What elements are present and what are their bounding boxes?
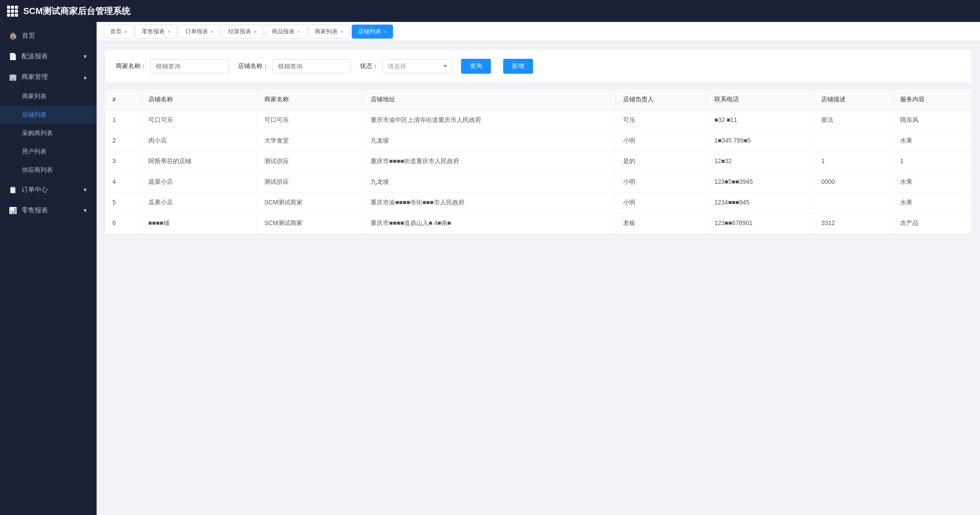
store-name-label: 店铺名称： bbox=[238, 62, 269, 70]
cell-manager: 老板 bbox=[616, 213, 707, 234]
cell-store-name: 可口可乐 bbox=[141, 110, 257, 131]
content-area: 首页 × 零售报表 × 订单报表 × 结算报表 × 商品报表 × 商家列表 × bbox=[97, 22, 980, 515]
tab-home-close[interactable]: × bbox=[124, 29, 127, 34]
retail-icon: 📊 bbox=[9, 207, 17, 215]
cell-service: 水果 bbox=[893, 131, 971, 151]
col-service: 服务内容 bbox=[893, 89, 971, 110]
cell-manager: 是的 bbox=[616, 151, 707, 172]
table-row: 3 阿斯蒂芬的店铺 测试供应 重庆市■■■■街道重庆市人民政府 是的 12■32… bbox=[105, 151, 971, 172]
grid-icon bbox=[7, 6, 18, 17]
tab-retail-close[interactable]: × bbox=[167, 29, 170, 34]
tab-goods[interactable]: 商品报表 × bbox=[265, 25, 306, 39]
cell-address: 重庆市■■■■道鼎山入■ 4■南■ bbox=[364, 213, 616, 234]
cell-address: 九龙坡 bbox=[364, 172, 616, 193]
chevron-down-icon: ▼ bbox=[83, 54, 88, 60]
cell-address: 重庆市渝■■■■寺街■■■市人民政府 bbox=[364, 193, 616, 213]
tab-order-label: 订单报表 bbox=[185, 28, 208, 36]
table-row: 4 蔬菜小店 测试供应 九龙坡 小明 123■5■■3945 0000 水果 bbox=[105, 172, 971, 193]
tab-settlement-label: 结算报表 bbox=[228, 28, 251, 36]
tab-merchant-list-close[interactable]: × bbox=[340, 29, 343, 34]
tab-settlement[interactable]: 结算报表 × bbox=[222, 25, 263, 39]
merchant-name-input[interactable] bbox=[150, 59, 229, 73]
col-merchant-name: 商家名称 bbox=[257, 89, 364, 110]
tab-goods-close[interactable]: × bbox=[297, 29, 300, 34]
table-header-row: # 店铺名称 商家名称 店铺地址 店铺负责人 联系电话 店铺描述 服务内容 bbox=[105, 89, 971, 110]
col-description: 店铺描述 bbox=[814, 89, 893, 110]
store-table: # 店铺名称 商家名称 店铺地址 店铺负责人 联系电话 店铺描述 服务内容 1 … bbox=[105, 89, 971, 234]
sidebar-group-retail: 📊 零售报表 ▼ bbox=[0, 200, 97, 221]
cell-merchant-name: SCM测试商家 bbox=[257, 193, 364, 213]
cell-index: 6 bbox=[105, 213, 141, 234]
cell-manager: 小明 bbox=[616, 172, 707, 193]
cell-index: 2 bbox=[105, 131, 141, 151]
tab-store-list-close[interactable]: × bbox=[384, 29, 386, 34]
status-field: 状态： 请选择 启用 禁用 bbox=[360, 59, 452, 73]
col-phone: 联系电话 bbox=[707, 89, 814, 110]
cell-store-name: 蔬菜小店 bbox=[141, 172, 257, 193]
sidebar-group-retail-header[interactable]: 📊 零售报表 ▼ bbox=[0, 200, 97, 221]
sidebar-group-merchant-header[interactable]: 🏢 商家管理 ▲ bbox=[0, 67, 97, 87]
merchant-name-label: 商家名称： bbox=[116, 62, 147, 70]
store-name-field: 店铺名称： bbox=[238, 59, 351, 73]
query-button[interactable]: 查询 bbox=[461, 59, 491, 74]
col-index: # bbox=[105, 89, 141, 110]
cell-description: 0000 bbox=[814, 172, 893, 193]
cell-store-name: 瓜果小店 bbox=[141, 193, 257, 213]
tab-order[interactable]: 订单报表 × bbox=[179, 25, 220, 39]
tab-settlement-close[interactable]: × bbox=[254, 29, 256, 34]
status-select[interactable]: 请选择 启用 禁用 bbox=[382, 59, 452, 73]
cell-merchant-name: 测试供应 bbox=[257, 172, 364, 193]
col-store-name: 店铺名称 bbox=[141, 89, 257, 110]
main-layout: 🏠 首页 📄 配送报表 ▼ 🏢 商家管理 ▲ 商家列表 店铺列表 bbox=[0, 22, 980, 515]
sidebar: 🏠 首页 📄 配送报表 ▼ 🏢 商家管理 ▲ 商家列表 店铺列表 bbox=[0, 22, 97, 515]
cell-phone: ■32 ■11 bbox=[707, 110, 814, 131]
cell-merchant-name: 大学食堂 bbox=[257, 131, 364, 151]
app-header: SCM测试商家后台管理系统 bbox=[0, 0, 980, 22]
cell-service: 1 bbox=[893, 151, 971, 172]
cell-merchant-name: 测试供应 bbox=[257, 151, 364, 172]
sidebar-item-home[interactable]: 🏠 首页 bbox=[0, 25, 97, 46]
tab-store-list[interactable]: 店铺列表 × bbox=[352, 25, 393, 39]
sidebar-group-merchant: 🏢 商家管理 ▲ 商家列表 店铺列表 采购商列表 用户列表 供应商列表 bbox=[0, 67, 97, 179]
cell-index: 4 bbox=[105, 172, 141, 193]
add-button[interactable]: 新增 bbox=[503, 59, 533, 74]
app-title: SCM测试商家后台管理系统 bbox=[23, 5, 130, 17]
tab-merchant-list[interactable]: 商家列表 × bbox=[308, 25, 349, 39]
cell-phone: 12■32 bbox=[707, 151, 814, 172]
cell-merchant-name: 可口可乐 bbox=[257, 110, 364, 131]
sidebar-group-order-header[interactable]: 📋 订单中心 ▼ bbox=[0, 179, 97, 200]
tab-goods-label: 商品报表 bbox=[272, 28, 295, 36]
home-icon: 🏠 bbox=[9, 32, 18, 40]
tab-order-close[interactable]: × bbox=[211, 29, 213, 34]
cell-phone: 1234■■■945 bbox=[707, 193, 814, 213]
store-name-input[interactable] bbox=[272, 59, 351, 73]
cell-description: 3312 bbox=[814, 213, 893, 234]
sidebar-item-user-list[interactable]: 用户列表 bbox=[0, 143, 97, 161]
sidebar-sub-merchant: 商家列表 店铺列表 采购商列表 用户列表 供应商列表 bbox=[0, 87, 97, 179]
cell-store-name: 阿斯蒂芬的店铺 bbox=[141, 151, 257, 172]
cell-description: 1 bbox=[814, 151, 893, 172]
tab-home[interactable]: 首页 × bbox=[104, 25, 133, 39]
sidebar-item-merchant-list[interactable]: 商家列表 bbox=[0, 87, 97, 106]
sidebar-item-store-list[interactable]: 店铺列表 bbox=[0, 106, 97, 124]
cell-service: 隋东风 bbox=[893, 110, 971, 131]
tab-retail-label: 零售报表 bbox=[142, 28, 165, 36]
col-address: 店铺地址 bbox=[364, 89, 616, 110]
cell-manager: 小明 bbox=[616, 193, 707, 213]
sidebar-item-purchase-list[interactable]: 采购商列表 bbox=[0, 124, 97, 143]
table-row: 5 瓜果小店 SCM测试商家 重庆市渝■■■■寺街■■■市人民政府 小明 123… bbox=[105, 193, 971, 213]
merchant-name-field: 商家名称： bbox=[116, 59, 229, 73]
sidebar-item-supplier-list[interactable]: 供应商列表 bbox=[0, 161, 97, 179]
table-row: 2 肉小店 大学食堂 九龙坡 小明 1■345 789■5 水果 bbox=[105, 131, 971, 151]
cell-address: 重庆市■■■■街道重庆市人民政府 bbox=[364, 151, 616, 172]
cell-description bbox=[814, 131, 893, 151]
cell-manager: 可乐 bbox=[616, 110, 707, 131]
sidebar-group-delivery-header[interactable]: 📄 配送报表 ▼ bbox=[0, 46, 97, 67]
cell-index: 3 bbox=[105, 151, 141, 172]
cell-index: 1 bbox=[105, 110, 141, 131]
tabs-bar: 首页 × 零售报表 × 订单报表 × 结算报表 × 商品报表 × 商家列表 × bbox=[97, 22, 980, 41]
table-row: 1 可口可乐 可口可乐 重庆市渝中区上清寺街道重庆市人民政府 可乐 ■32 ■1… bbox=[105, 110, 971, 131]
tab-retail[interactable]: 零售报表 × bbox=[135, 25, 177, 39]
cell-store-name: ■■■■铺 bbox=[141, 213, 257, 234]
cell-index: 5 bbox=[105, 193, 141, 213]
